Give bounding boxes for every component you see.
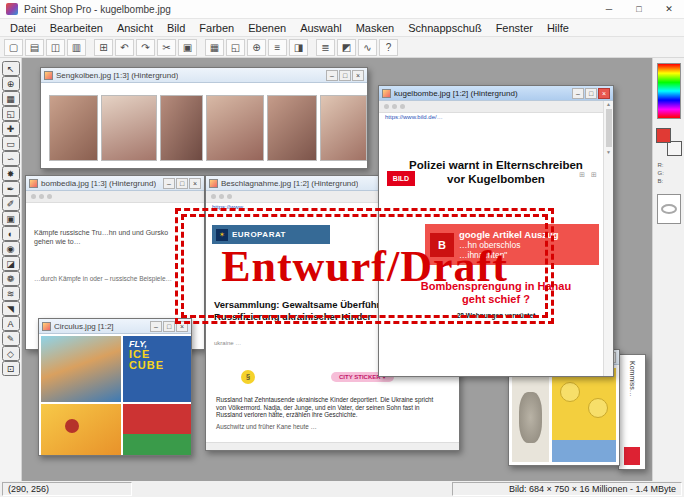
image-canvas[interactable]: Kommiss… bbox=[619, 355, 645, 469]
menu-ebenen[interactable]: Ebenen bbox=[241, 19, 293, 37]
crop-tool[interactable]: ◱ bbox=[2, 106, 20, 121]
style-preview-box[interactable] bbox=[657, 194, 681, 224]
horizontal-scrollbar[interactable] bbox=[206, 442, 459, 450]
article-paragraphs: Russland hat Zehntausende ukrainische Ki… bbox=[216, 396, 444, 430]
child-minimize-button[interactable]: – bbox=[150, 321, 162, 332]
mdi-workspace[interactable]: Sengkolben.jpg [1:3] (Hintergrund) – □ ×… bbox=[22, 58, 652, 481]
arrow-tool[interactable]: ↖ bbox=[2, 61, 20, 76]
app-titlebar[interactable]: Paint Shop Pro - kugelbombe.jpg ─ □ ✕ bbox=[0, 0, 684, 19]
dropper-tool[interactable]: ✒ bbox=[2, 181, 20, 196]
magic-wand-tool[interactable]: ✸ bbox=[2, 166, 20, 181]
child-maximize-button[interactable]: □ bbox=[176, 178, 188, 189]
scroll-up-icon[interactable]: ▲ bbox=[604, 101, 613, 107]
window-kommiss[interactable]: Kommiss… bbox=[618, 354, 646, 470]
save-button[interactable]: ◫ bbox=[46, 39, 65, 56]
window-circulus[interactable]: Circulus.jpg [1:2] – □ × FLY, ICE CUBE bbox=[38, 318, 192, 456]
child-minimize-button[interactable]: – bbox=[326, 70, 338, 81]
window-titlebar[interactable]: bombedia.jpg [1:3] (Hintergrund) – □ × bbox=[26, 176, 204, 191]
image-canvas[interactable]: https://www.bild.de/… BILD ⊞ ⊞ Polizei w… bbox=[379, 101, 613, 376]
scrollbar-thumb[interactable] bbox=[606, 109, 612, 147]
menu-masken[interactable]: Masken bbox=[349, 19, 402, 37]
clone-tool[interactable]: ▣ bbox=[2, 211, 20, 226]
style-bar-button[interactable]: ◨ bbox=[289, 39, 308, 56]
maximize-button[interactable]: □ bbox=[624, 0, 654, 18]
quote-text: google Artikel Auszug …hn oberschlos …ih… bbox=[459, 229, 559, 260]
background-color-swatch[interactable] bbox=[667, 141, 682, 156]
app-icon bbox=[6, 3, 18, 15]
menu-bearbeiten[interactable]: Bearbeiten bbox=[43, 19, 110, 37]
image-canvas[interactable] bbox=[41, 83, 367, 168]
selection-tool[interactable]: ▭ bbox=[2, 136, 20, 151]
browser-chrome bbox=[379, 101, 613, 113]
paintbrush-tool[interactable]: ✐ bbox=[2, 196, 20, 211]
menu-schnappschuss[interactable]: Schnappschuß bbox=[401, 19, 488, 37]
preset-shapes-tool[interactable]: ◇ bbox=[2, 346, 20, 361]
paste-button[interactable]: ▦ bbox=[205, 39, 224, 56]
child-close-button[interactable]: × bbox=[598, 88, 610, 99]
window-titlebar[interactable]: Circulus.jpg [1:2] – □ × bbox=[39, 319, 191, 334]
cartoon-left-panel bbox=[512, 368, 549, 462]
zoom-normal-button[interactable]: ⊕ bbox=[247, 39, 266, 56]
new-button[interactable]: ▢ bbox=[4, 39, 23, 56]
window-title: Sengkolben.jpg [1:3] (Hintergrund) bbox=[56, 71, 178, 80]
toolbar-toggle-button[interactable]: ≡ bbox=[268, 39, 287, 56]
freehand-tool[interactable]: ∽ bbox=[2, 151, 20, 166]
print-button[interactable]: ▥ bbox=[67, 39, 86, 56]
window-icon bbox=[44, 71, 53, 80]
retouch-tool[interactable]: ◉ bbox=[2, 241, 20, 256]
child-maximize-button[interactable]: □ bbox=[339, 70, 351, 81]
window-titlebar[interactable]: kugelbombe.jpg [1:2] (Hintergrund) – □ × bbox=[379, 86, 613, 101]
fullscreen-button[interactable]: ◱ bbox=[226, 39, 245, 56]
child-maximize-button[interactable]: □ bbox=[585, 88, 597, 99]
flood-fill-tool[interactable]: ◥ bbox=[2, 301, 20, 316]
child-close-button[interactable]: × bbox=[189, 178, 201, 189]
vertical-scrollbar[interactable]: ▲ ▼ bbox=[603, 101, 613, 376]
foreground-color-swatch[interactable] bbox=[656, 128, 671, 143]
window-sengkolben[interactable]: Sengkolben.jpg [1:3] (Hintergrund) – □ × bbox=[40, 67, 368, 169]
color-replacer-tool[interactable]: ◐ bbox=[2, 226, 20, 241]
image-canvas[interactable] bbox=[509, 365, 619, 465]
color-picker-gradient[interactable] bbox=[657, 63, 681, 119]
child-close-button[interactable]: × bbox=[176, 321, 188, 332]
child-maximize-button[interactable]: □ bbox=[163, 321, 175, 332]
window-titlebar[interactable]: Sengkolben.jpg [1:3] (Hintergrund) – □ × bbox=[41, 68, 367, 83]
child-minimize-button[interactable]: – bbox=[572, 88, 584, 99]
cartoon-image bbox=[509, 365, 619, 465]
window-kugelbombe[interactable]: kugelbombe.jpg [1:2] (Hintergrund) – □ ×… bbox=[378, 85, 614, 377]
text-tool[interactable]: A bbox=[2, 316, 20, 331]
move-tool[interactable]: ✚ bbox=[2, 121, 20, 136]
menu-ansicht[interactable]: Ansicht bbox=[110, 19, 160, 37]
child-close-button[interactable]: × bbox=[352, 70, 364, 81]
article-caption: 28 Wohnungen verwüstet bbox=[379, 312, 613, 319]
picture-tube-tool[interactable]: ❁ bbox=[2, 271, 20, 286]
copy-button[interactable]: ▣ bbox=[178, 39, 197, 56]
histogram-button[interactable]: ∿ bbox=[358, 39, 377, 56]
tool-palette: ↖⊕▦◱✚▭∽✸✒✐▣◐◉◪❁≋◥A✎◇⊡ bbox=[0, 58, 22, 481]
minimize-button[interactable]: ─ bbox=[594, 0, 624, 18]
menu-farben[interactable]: Farben bbox=[192, 19, 241, 37]
color-palette-button[interactable]: ◩ bbox=[337, 39, 356, 56]
menu-datei[interactable]: Datei bbox=[3, 19, 43, 37]
comic-panel bbox=[41, 404, 121, 455]
object-selector-tool[interactable]: ⊡ bbox=[2, 361, 20, 376]
child-minimize-button[interactable]: – bbox=[163, 178, 175, 189]
eraser-tool[interactable]: ◪ bbox=[2, 256, 20, 271]
scroll-down-icon[interactable]: ▼ bbox=[604, 149, 613, 155]
preview-button[interactable]: ⊞ bbox=[94, 39, 113, 56]
layer-palette-button[interactable]: ≣ bbox=[316, 39, 335, 56]
menu-bild[interactable]: Bild bbox=[160, 19, 192, 37]
cut-button[interactable]: ✂ bbox=[157, 39, 176, 56]
draw-tool[interactable]: ✎ bbox=[2, 331, 20, 346]
undo-button[interactable]: ↶ bbox=[115, 39, 134, 56]
close-button[interactable]: ✕ bbox=[654, 0, 684, 18]
menu-hilfe[interactable]: Hilfe bbox=[540, 19, 576, 37]
deform-tool[interactable]: ▦ bbox=[2, 91, 20, 106]
airbrush-tool[interactable]: ≋ bbox=[2, 286, 20, 301]
redo-button[interactable]: ↷ bbox=[136, 39, 155, 56]
menu-fenster[interactable]: Fenster bbox=[489, 19, 540, 37]
menu-auswahl[interactable]: Auswahl bbox=[293, 19, 349, 37]
zoom-tool[interactable]: ⊕ bbox=[2, 76, 20, 91]
image-canvas[interactable]: FLY, ICE CUBE bbox=[39, 334, 191, 455]
help-button[interactable]: ? bbox=[379, 39, 398, 56]
open-button[interactable]: ▤ bbox=[25, 39, 44, 56]
